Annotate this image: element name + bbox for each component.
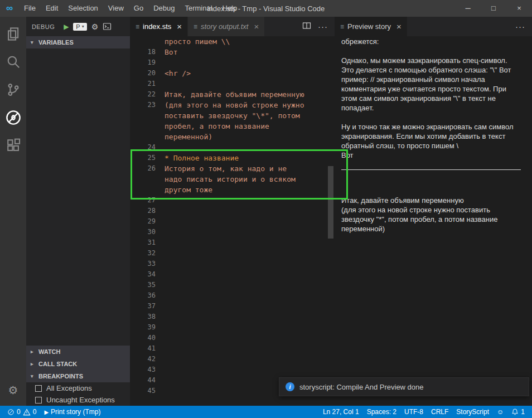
- explorer-icon[interactable]: [0, 20, 26, 48]
- code-line[interactable]: 27: [130, 195, 335, 206]
- scrollbar-thumb[interactable]: [328, 166, 333, 239]
- close-icon[interactable]: ×: [177, 22, 182, 31]
- code-line[interactable]: 36: [130, 290, 335, 301]
- line-number[interactable]: 32: [130, 248, 156, 259]
- line-number[interactable]: 42: [130, 354, 156, 364]
- code-line[interactable]: 34: [130, 269, 335, 280]
- menu-go[interactable]: Go: [129, 0, 148, 17]
- line-number[interactable]: 24: [130, 142, 156, 153]
- line-number[interactable]: 34: [130, 269, 156, 280]
- notifications-button[interactable]: 1: [507, 406, 529, 418]
- menu-debug[interactable]: Debug: [148, 0, 180, 17]
- code-line[interactable]: другом тоже: [130, 184, 335, 195]
- line-number[interactable]: 44: [130, 375, 156, 386]
- line-number[interactable]: 28: [130, 206, 156, 216]
- status-cursor-position[interactable]: Ln 27, Col 1: [319, 406, 363, 418]
- line-number[interactable]: [130, 184, 156, 195]
- line-number[interactable]: 31: [130, 237, 156, 248]
- line-number[interactable]: 41: [130, 343, 156, 354]
- line-number[interactable]: 21: [130, 79, 156, 89]
- close-icon[interactable]: ×: [254, 22, 259, 31]
- line-number[interactable]: 39: [130, 322, 156, 333]
- code-line[interactable]: 20<hr />: [130, 68, 335, 79]
- code-line[interactable]: 31: [130, 237, 335, 248]
- extensions-icon[interactable]: [0, 132, 26, 159]
- line-number[interactable]: 23: [130, 100, 156, 110]
- line-number[interactable]: 27: [130, 195, 156, 206]
- code-line[interactable]: 30: [130, 227, 335, 237]
- line-number[interactable]: 29: [130, 216, 156, 227]
- line-number[interactable]: 22: [130, 89, 156, 100]
- tab-preview-story[interactable]: ≡ Preview story ×: [335, 17, 408, 36]
- code-line[interactable]: 33: [130, 259, 335, 269]
- code-line[interactable]: 26История о том, как надо и не: [130, 163, 335, 174]
- tab-story-output[interactable]: ≡ story output.txt ×: [188, 17, 265, 36]
- code-line[interactable]: 37: [130, 301, 335, 312]
- menu-view[interactable]: View: [103, 0, 129, 17]
- section-header-call-stack[interactable]: ▸ CALL STACK: [26, 358, 130, 370]
- code-line[interactable]: 18Вот: [130, 47, 335, 57]
- problems-indicator[interactable]: 0 0: [3, 406, 40, 418]
- code-line[interactable]: 40: [130, 333, 335, 343]
- code-line[interactable]: 22Итак, давайте объявим переменную: [130, 89, 335, 100]
- checkbox[interactable]: [35, 385, 42, 392]
- line-number[interactable]: 33: [130, 259, 156, 269]
- debug-config-dropdown[interactable]: P ▾: [73, 23, 86, 31]
- status-language[interactable]: StoryScript: [452, 406, 493, 418]
- line-number[interactable]: 45: [130, 386, 156, 396]
- code-line[interactable]: пробел, а потом название: [130, 121, 335, 132]
- notification-toast[interactable]: i storyscript: Compile And Preview done: [279, 377, 529, 396]
- code-line[interactable]: 28: [130, 206, 335, 216]
- code-line[interactable]: 39: [130, 322, 335, 333]
- section-header-breakpoints[interactable]: ▾ BREAKPOINTS: [26, 370, 130, 382]
- debug-icon[interactable]: [0, 104, 26, 132]
- line-number[interactable]: [130, 174, 156, 184]
- source-control-icon[interactable]: [0, 76, 26, 104]
- line-number[interactable]: [130, 121, 156, 132]
- minimize-button[interactable]: ─: [455, 0, 481, 17]
- split-editor-icon[interactable]: [302, 21, 311, 32]
- section-header-watch[interactable]: ▸ WATCH: [26, 346, 130, 358]
- line-number[interactable]: 38: [130, 312, 156, 322]
- breakpoint-item[interactable]: All Exceptions: [26, 382, 130, 394]
- maximize-button[interactable]: □: [481, 0, 506, 17]
- code-line[interactable]: 21: [130, 79, 335, 89]
- run-task-button[interactable]: ▶ Print story (Tmp): [40, 406, 104, 418]
- line-number[interactable]: [130, 132, 156, 142]
- configure-launch-gear-icon[interactable]: ⚙: [91, 22, 99, 31]
- line-number[interactable]: 37: [130, 301, 156, 312]
- more-actions-icon[interactable]: ···: [515, 22, 525, 31]
- line-number[interactable]: 36: [130, 290, 156, 301]
- code-line[interactable]: просто пишем \\: [130, 36, 335, 47]
- debug-console-icon[interactable]: [103, 22, 112, 31]
- code-line[interactable]: 24: [130, 142, 335, 153]
- start-debugging-button[interactable]: ▶: [64, 23, 69, 31]
- code-line[interactable]: 25* Полное название: [130, 153, 335, 163]
- code-line[interactable]: 38: [130, 312, 335, 322]
- tab-index-sts[interactable]: ≡ index.sts ×: [130, 17, 188, 36]
- close-button[interactable]: ×: [506, 0, 532, 17]
- code-line[interactable]: 43: [130, 364, 335, 375]
- menu-edit[interactable]: Edit: [41, 0, 63, 17]
- code-line[interactable]: надо писать истории и о всяком: [130, 174, 335, 184]
- code-line[interactable]: 41: [130, 343, 335, 354]
- menu-file[interactable]: File: [19, 0, 41, 17]
- code-line[interactable]: переменной): [130, 132, 335, 142]
- line-number[interactable]: 26: [130, 163, 156, 174]
- code-line[interactable]: 35: [130, 280, 335, 290]
- more-actions-icon[interactable]: ···: [318, 22, 328, 31]
- status-encoding[interactable]: UTF-8: [400, 406, 427, 418]
- code-line[interactable]: поставить звездочку "\*", потом: [130, 110, 335, 121]
- line-number[interactable]: 18: [130, 47, 156, 57]
- code-line[interactable]: 29: [130, 216, 335, 227]
- checkbox[interactable]: [35, 397, 42, 404]
- code-line[interactable]: 32: [130, 248, 335, 259]
- editor-pane[interactable]: просто пишем \\18Вот1920<hr />2122Итак, …: [130, 36, 335, 406]
- line-number[interactable]: 43: [130, 364, 156, 375]
- status-eol[interactable]: CRLF: [427, 406, 452, 418]
- code-line[interactable]: 23(для этого на новой строке нужно: [130, 100, 335, 110]
- search-icon[interactable]: [0, 48, 26, 76]
- line-number[interactable]: 35: [130, 280, 156, 290]
- code-line[interactable]: 42: [130, 354, 335, 364]
- code-line[interactable]: 19: [130, 57, 335, 68]
